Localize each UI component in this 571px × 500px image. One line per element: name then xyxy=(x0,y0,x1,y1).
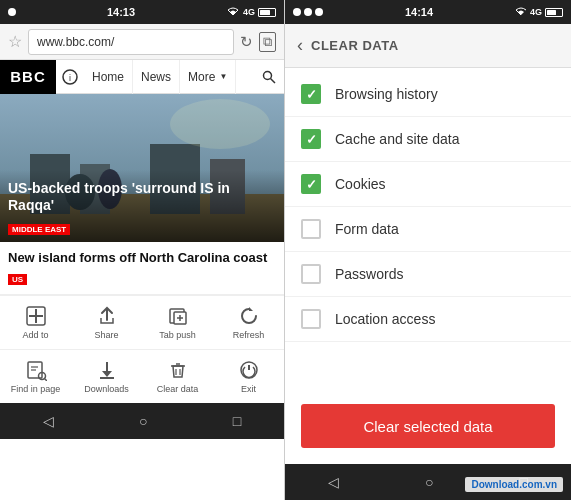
clear-data-icon xyxy=(167,359,189,381)
toolbar-refresh[interactable]: Refresh xyxy=(213,305,284,340)
share-icon xyxy=(96,305,118,327)
home-button-right[interactable]: ○ xyxy=(425,474,433,490)
checkbox-box-4[interactable] xyxy=(301,264,321,284)
more-arrow: ▼ xyxy=(219,72,227,81)
checkbox-box-5[interactable] xyxy=(301,309,321,329)
toolbar-row-2: Find in page Downloads Clear data xyxy=(0,349,284,403)
hero-title: US-backed troops 'surround IS in Raqqa' xyxy=(8,180,276,214)
checkbox-item-2[interactable]: ✓Cookies xyxy=(285,162,571,207)
bbc-logo-text: BBC xyxy=(10,68,46,85)
nav-bar-left: ◁ ○ □ xyxy=(0,403,284,439)
network-type-left: 4G xyxy=(243,7,255,17)
bbc-circle-icon[interactable]: i xyxy=(56,60,84,94)
svg-point-2 xyxy=(264,71,272,79)
toolbar-downloads[interactable]: Downloads xyxy=(71,359,142,394)
checkbox-item-4[interactable]: Passwords xyxy=(285,252,571,297)
svg-marker-20 xyxy=(249,307,253,311)
news-item-title: New island forms off North Carolina coas… xyxy=(8,250,276,265)
bbc-nav: BBC i Home News More ▼ xyxy=(0,60,284,94)
toolbar-tab-push[interactable]: Tab push xyxy=(142,305,213,340)
tab-push-icon xyxy=(167,305,189,327)
nav-item-news[interactable]: News xyxy=(133,60,180,94)
star-icon[interactable]: ☆ xyxy=(8,32,22,51)
url-bar[interactable]: www.bbc.com/ xyxy=(28,29,234,55)
downloads-label: Downloads xyxy=(84,384,129,394)
toolbar-share[interactable]: Share xyxy=(71,305,142,340)
checkbox-label-2: Cookies xyxy=(335,176,386,192)
notification-dot2-right xyxy=(304,8,312,16)
right-panel: 14:14 4G ‹ CLEAR DATA ✓Browsing history✓… xyxy=(285,0,571,500)
hero-overlay: US-backed troops 'surround IS in Raqqa' … xyxy=(0,170,284,242)
clear-data-title: CLEAR DATA xyxy=(311,38,399,53)
back-button-right[interactable]: ◁ xyxy=(328,474,339,490)
toolbar-clear-data[interactable]: Clear data xyxy=(142,359,213,394)
bbc-search-button[interactable] xyxy=(254,60,284,94)
checkbox-box-1[interactable]: ✓ xyxy=(301,129,321,149)
news-item-tag: US xyxy=(8,274,27,285)
status-bar-right: 14:14 4G xyxy=(285,0,571,24)
network-type-right: 4G xyxy=(530,7,542,17)
tabs-icon[interactable]: ⧉ xyxy=(259,32,276,52)
status-bar-left: 14:13 4G xyxy=(0,0,284,24)
news-item[interactable]: New island forms off North Carolina coas… xyxy=(0,242,284,295)
checkbox-item-5[interactable]: Location access xyxy=(285,297,571,342)
reload-icon[interactable]: ↻ xyxy=(240,33,253,51)
wifi-icon-right xyxy=(515,7,527,17)
checkbox-label-3: Form data xyxy=(335,221,399,237)
news-label: News xyxy=(141,70,171,84)
exit-label: Exit xyxy=(241,384,256,394)
clear-btn-area: Clear selected data xyxy=(285,388,571,464)
checkbox-label-1: Cache and site data xyxy=(335,131,460,147)
svg-text:i: i xyxy=(69,73,71,83)
status-left-icons xyxy=(293,8,323,16)
svg-line-3 xyxy=(271,78,276,83)
toolbar-find-in-page[interactable]: Find in page xyxy=(0,359,71,394)
left-panel: 14:13 4G ☆ www.bbc.com/ ↻ ⧉ BBC i xyxy=(0,0,285,500)
checkbox-label-4: Passwords xyxy=(335,266,403,282)
checkbox-box-2[interactable]: ✓ xyxy=(301,174,321,194)
notification-dot xyxy=(8,8,16,16)
notification-dot3-right xyxy=(315,8,323,16)
bbc-icon-svg: i xyxy=(62,69,78,85)
wifi-icon xyxy=(226,7,240,17)
hero-tag: MIDDLE EAST xyxy=(8,224,70,235)
back-button-left[interactable]: ◁ xyxy=(43,413,54,429)
checkbox-item-1[interactable]: ✓Cache and site data xyxy=(285,117,571,162)
checkbox-label-0: Browsing history xyxy=(335,86,438,102)
toolbar-exit[interactable]: Exit xyxy=(213,359,284,394)
home-button-left[interactable]: ○ xyxy=(139,413,147,429)
clear-selected-button[interactable]: Clear selected data xyxy=(301,404,555,448)
bbc-nav-items: Home News More ▼ xyxy=(84,60,254,94)
add-to-icon xyxy=(25,305,47,327)
battery-fill-left xyxy=(260,10,270,15)
checkbox-box-0[interactable]: ✓ xyxy=(301,84,321,104)
status-icons-left: 4G xyxy=(226,7,276,17)
svg-marker-27 xyxy=(102,371,112,377)
checkbox-check-2: ✓ xyxy=(306,177,317,192)
checkboxes-list: ✓Browsing history✓Cache and site data✓Co… xyxy=(285,68,571,388)
checkbox-check-1: ✓ xyxy=(306,132,317,147)
nav-item-home[interactable]: Home xyxy=(84,60,133,94)
nav-item-more[interactable]: More ▼ xyxy=(180,60,236,94)
checkbox-box-3[interactable] xyxy=(301,219,321,239)
toolbar-row-1: Add to Share Tab push Refresh xyxy=(0,295,284,349)
svg-line-23 xyxy=(44,379,47,382)
hero-image: US-backed troops 'surround IS in Raqqa' … xyxy=(0,94,284,242)
bbc-logo[interactable]: BBC xyxy=(0,60,56,94)
notification-dot-right xyxy=(293,8,301,16)
toolbar-add-to[interactable]: Add to xyxy=(0,305,71,340)
watermark: Download.com.vn xyxy=(465,477,563,492)
find-in-page-label: Find in page xyxy=(11,384,61,394)
battery-icon-right xyxy=(545,8,563,17)
time-right: 14:14 xyxy=(405,6,433,18)
recent-button-left[interactable]: □ xyxy=(233,413,241,429)
refresh-icon xyxy=(238,305,260,327)
checkbox-item-0[interactable]: ✓Browsing history xyxy=(285,72,571,117)
checkbox-item-3[interactable]: Form data xyxy=(285,207,571,252)
exit-icon xyxy=(238,359,260,381)
home-label: Home xyxy=(92,70,124,84)
clear-data-header: ‹ CLEAR DATA xyxy=(285,24,571,68)
battery-icon-left xyxy=(258,8,276,17)
back-arrow[interactable]: ‹ xyxy=(297,35,303,56)
find-in-page-icon xyxy=(25,359,47,381)
